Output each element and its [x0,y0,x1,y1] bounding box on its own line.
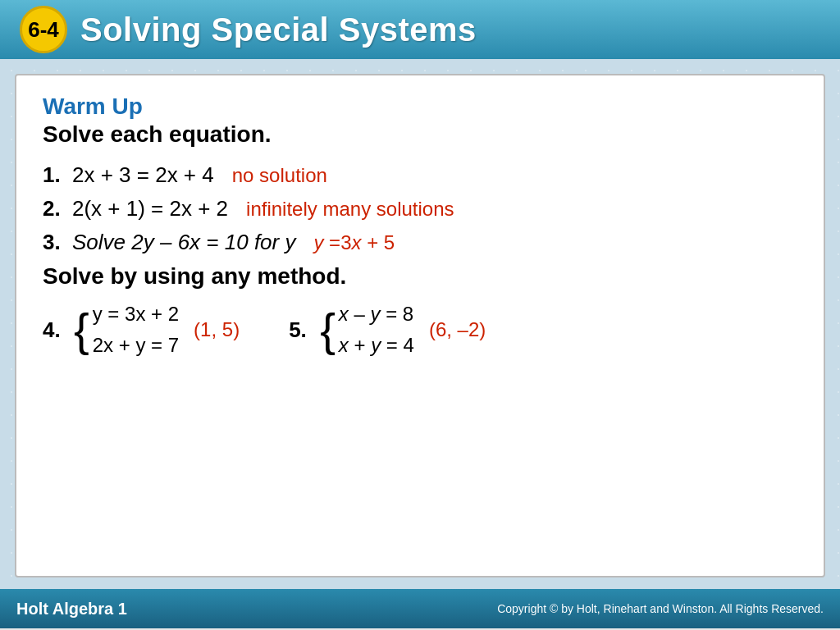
problem-2-row: 2. 2(x + 1) = 2x + 2 infinitely many sol… [43,196,797,221]
system-4-number: 4. [43,317,67,343]
badge-text: 6-4 [28,17,59,43]
footer-left: Holt Algebra 1 [16,600,127,619]
content-card: Warm Up Solve each equation. 1. 2x + 3 =… [15,74,825,578]
system-5-eq2: x + y = 4 [339,331,414,360]
system-5-number: 5. [289,317,313,343]
problem-1-answer: no solution [232,164,327,187]
system-4-eq1: y = 3x + 2 [93,299,179,329]
system-4-answer: (1, 5) [194,318,240,341]
footer-right: Copyright © by Holt, Rinehart and Winsto… [497,602,824,615]
problem-2-text: 2(x + 1) = 2x + 2 [72,196,228,221]
warm-up-label: Warm Up [43,94,797,120]
problem-3-row: 3. Solve 2y – 6x = 10 for y y =3x + 5 [43,230,797,255]
system-4-eq2: 2x + y = 7 [93,331,179,360]
problem-2-answer: infinitely many solutions [246,198,454,221]
system-4-item: 4. { y = 3x + 2 2x + y = 7 (1, 5) [43,299,240,360]
problem-2-number: 2. [43,196,67,221]
system-4-brace: { [74,307,89,353]
system-5-eq1: x – y = 8 [339,299,414,329]
system-4-equations: y = 3x + 2 2x + y = 7 [93,299,179,360]
system-5-equations: x – y = 8 x + y = 4 [339,299,414,360]
system-5-item: 5. { x – y = 8 x + y = 4 (6, –2) [289,299,486,360]
systems-container: 4. { y = 3x + 2 2x + y = 7 (1, 5) 5. { x… [43,299,797,360]
background-area: Warm Up Solve each equation. 1. 2x + 3 =… [0,59,840,589]
problem-3-answer: y =3x + 5 [313,231,395,254]
problem-3-text: Solve 2y – 6x = 10 for y [72,230,295,255]
section2-title: Solve by using any method. [43,263,797,290]
section2-divider: Solve by using any method. [43,263,797,290]
lesson-badge: 6-4 [20,6,67,53]
problem-1-row: 1. 2x + 3 = 2x + 4 no solution [43,162,797,188]
system-5-answer: (6, –2) [429,318,486,341]
header: 6-4 Solving Special Systems [0,0,840,59]
problem-1-text: 2x + 3 = 2x + 4 [72,162,214,188]
section1-title: Solve each equation. [43,121,797,148]
header-title: Solving Special Systems [80,11,477,48]
problem-1-number: 1. [43,162,67,188]
system-5-brace: { [320,307,336,353]
footer: Holt Algebra 1 Copyright © by Holt, Rine… [0,589,840,628]
problem-3-number: 3. [43,230,67,255]
